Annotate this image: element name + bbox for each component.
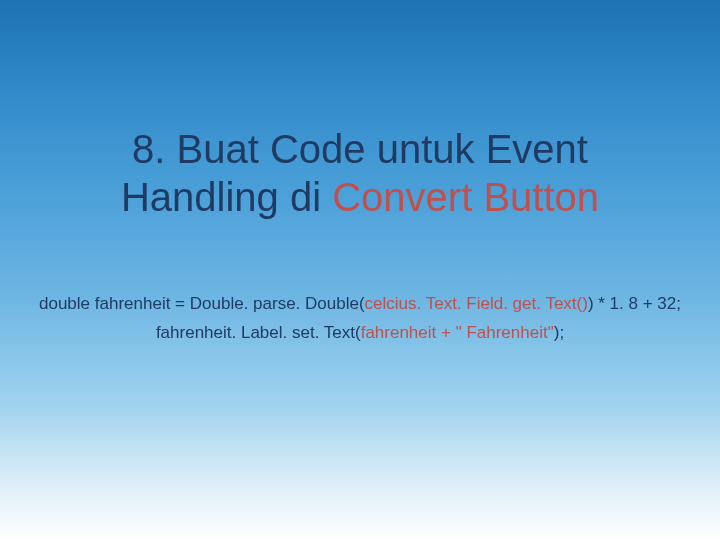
code-l1a: double fahrenheit = Double. parse. Doubl… xyxy=(39,294,365,313)
code-l2b: fahrenheit + " Fahrenheit" xyxy=(361,323,554,342)
title-line-1: 8. Buat Code untuk Event xyxy=(132,127,588,171)
code-line-1: double fahrenheit = Double. parse. Doubl… xyxy=(22,290,698,317)
code-l1c: ) * 1. 8 + 32; xyxy=(588,294,681,313)
slide-title: 8. Buat Code untuk Event Handling di Con… xyxy=(0,125,720,221)
title-line-2b: Convert Button xyxy=(332,175,599,219)
code-l2c: ); xyxy=(554,323,564,342)
code-l1b: celcius. Text. Field. get. Text() xyxy=(365,294,588,313)
title-line-2a: Handling di xyxy=(121,175,332,219)
title-heading: 8. Buat Code untuk Event Handling di Con… xyxy=(50,125,670,221)
slide: 8. Buat Code untuk Event Handling di Con… xyxy=(0,0,720,540)
code-block: double fahrenheit = Double. parse. Doubl… xyxy=(0,290,720,346)
code-l2a: fahrenheit. Label. set. Text( xyxy=(156,323,361,342)
code-line-2: fahrenheit. Label. set. Text(fahrenheit … xyxy=(22,319,698,346)
